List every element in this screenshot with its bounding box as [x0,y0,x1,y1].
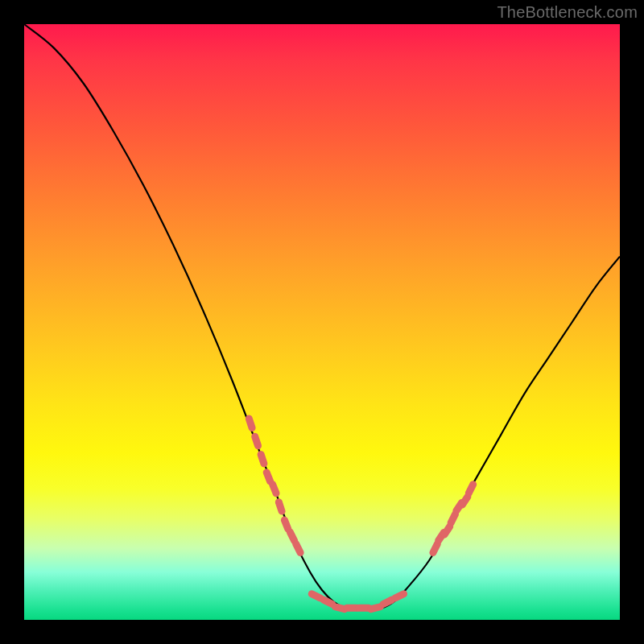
svg-line-6 [284,520,287,529]
svg-line-5 [279,502,282,511]
svg-line-22 [462,497,468,505]
svg-line-4 [273,485,276,493]
svg-line-1 [255,436,258,445]
chart-svg [24,24,620,620]
svg-line-3 [266,473,270,481]
curve-line [24,24,620,609]
svg-line-20 [451,514,455,523]
svg-line-0 [249,419,252,427]
chart-container: TheBottleneck.com [0,0,644,644]
svg-line-2 [261,455,264,464]
svg-line-9 [312,594,320,598]
highlight-dots [249,419,473,609]
watermark-text: TheBottleneck.com [497,3,638,22]
svg-line-15 [383,600,392,604]
svg-line-11 [335,607,345,609]
svg-line-10 [324,600,332,604]
svg-line-8 [296,544,300,553]
svg-line-23 [469,485,473,493]
svg-line-19 [444,526,450,535]
svg-line-14 [371,607,381,609]
plot-area [24,24,620,620]
svg-line-7 [290,532,294,541]
svg-line-16 [395,594,404,598]
svg-line-17 [433,544,437,553]
